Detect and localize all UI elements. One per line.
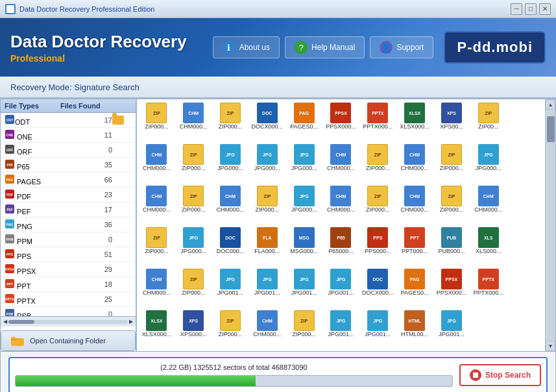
col-file-types: File Types (5, 102, 60, 110)
scroll-down-arrow[interactable]: ▼ (546, 341, 555, 351)
file-icon-item[interactable]: CHM CHM000... (138, 267, 175, 308)
file-icon-item[interactable]: PPSX PPSX000... (322, 101, 359, 142)
file-icon-item[interactable]: CHM CHM000... (396, 184, 433, 225)
list-item[interactable]: PPM PPM 0 (1, 232, 136, 247)
minimize-button[interactable]: ─ (511, 3, 522, 15)
file-icon-item[interactable]: XPS XPS000... (175, 308, 212, 350)
file-icon-item[interactable]: CHM CHM000... (175, 101, 212, 142)
file-type-list[interactable]: ODTODT 17 ONE ONE 11 ORF ORF 0 P65 P65 3… (1, 113, 136, 316)
list-item[interactable]: ORF ORF 0 (1, 143, 136, 158)
list-item[interactable]: PNG PNG 36 (1, 217, 136, 232)
file-icon-item[interactable]: PAG PAGES0... (285, 101, 322, 142)
file-icon-item[interactable]: ZIP ZIP000... (175, 184, 212, 225)
file-icon-item[interactable]: CHM CHM000... (248, 308, 285, 350)
list-item[interactable]: ONE ONE 11 (1, 128, 136, 143)
left-panel: File Types Files Found ODTODT 17 ONE ONE… (1, 99, 137, 351)
file-icon-item[interactable]: JPG JPG000... (248, 142, 285, 184)
scroll-left-arrow[interactable]: ◀ (3, 319, 7, 325)
file-icon-item[interactable]: PPTX PPTX000... (359, 101, 396, 142)
file-icon-item[interactable]: CHM CHM000... (138, 184, 175, 225)
file-icon-item[interactable]: XLSX XLSX000... (396, 101, 433, 142)
file-icon-item[interactable]: JPG JPG001... (285, 267, 322, 308)
list-item[interactable]: PPTX PPTX 25 (1, 292, 136, 307)
file-icon-item[interactable]: DOC DOCX000... (359, 267, 396, 308)
progress-bar-fill (16, 376, 256, 386)
scroll-up-arrow[interactable]: ▲ (546, 99, 555, 110)
file-icon-item[interactable]: CHM CHM000... (322, 142, 359, 184)
file-icon-item[interactable]: ZIP ZIP000... (433, 184, 470, 225)
file-icon-item[interactable]: ZIP ZIP000... (248, 184, 285, 225)
file-icon-item[interactable]: CHM CHM000... (212, 184, 249, 225)
file-icon-item[interactable]: JPG JPG001... (359, 308, 396, 350)
file-icon-item[interactable]: CHM CHM000... (396, 142, 433, 184)
file-icon-item[interactable]: XLSX XLSX000... (138, 308, 175, 350)
list-item[interactable]: P65 P65 35 (1, 158, 136, 173)
file-icon-item[interactable]: ZIP ZIP000... (212, 308, 249, 350)
file-icon-item[interactable]: JPG JPG001... (212, 267, 249, 308)
file-icon-item[interactable]: ZIP ZIP000... (175, 267, 212, 308)
list-item[interactable]: ODTODT 17 (1, 113, 136, 128)
file-icon-item[interactable]: P65 P65000... (322, 225, 359, 267)
file-icon-item[interactable]: JPG JPG000... (470, 142, 507, 184)
file-icon-item[interactable]: JPG JPG001... (322, 267, 359, 308)
scroll-right-arrow[interactable]: ▶ (129, 319, 133, 325)
support-button[interactable]: 👤 Support (370, 36, 433, 58)
file-icon-item[interactable]: XPS XPS00... (433, 101, 470, 142)
maximize-button[interactable]: □ (525, 3, 537, 15)
file-icon-item[interactable]: DOC DOCX000... (248, 101, 285, 142)
file-icon-item[interactable]: PPS PPS000... (359, 225, 396, 267)
file-icon-item[interactable]: JPG JPG001... (248, 267, 285, 308)
svg-rect-0 (6, 5, 14, 13)
file-icon-item[interactable]: ZIP ZIP000... (359, 142, 396, 184)
svg-text:ONE: ONE (6, 133, 14, 137)
file-icon-item[interactable]: XLS XLS000... (470, 225, 507, 267)
list-item[interactable]: PSB PSB 0 (1, 307, 136, 316)
header-nav: ℹ About us ? Help Manual 👤 Support (213, 36, 434, 58)
file-icon-item[interactable]: JPG JPG000... (175, 225, 212, 267)
list-item[interactable]: PPT PPT 18 (1, 277, 136, 292)
about-us-button[interactable]: ℹ About us (213, 36, 280, 58)
scroll-thumb-vertical[interactable] (547, 116, 555, 142)
file-icon-item[interactable]: MSG MSG000... (285, 225, 322, 267)
file-icon-item[interactable]: ZIP ZIP000... (212, 101, 249, 142)
file-icon-item[interactable]: ZIP ZIP000... (175, 142, 212, 184)
file-icon-item[interactable]: JPG JPG001... (322, 308, 359, 350)
file-icon-item[interactable]: ZIP ZIP000... (138, 225, 175, 267)
about-us-label: About us (239, 43, 270, 52)
close-button[interactable]: ✕ (539, 3, 551, 15)
list-item[interactable]: PPSX PPSX 29 (1, 262, 136, 277)
recovery-mode-bar: Recovery Mode: Signature Search (0, 77, 556, 99)
file-grid: ZIP ZIP000... CHM CHM000... ZIP ZIP000..… (137, 99, 545, 351)
list-item[interactable]: PDF PDF 23 (1, 188, 136, 202)
info-icon: ℹ (223, 41, 236, 54)
file-icon-item[interactable]: PUB PUB000... (433, 225, 470, 267)
horizontal-scrollbar[interactable]: ◀ ▶ (1, 316, 136, 326)
list-item[interactable]: PEF PEF 17 (1, 202, 136, 217)
file-icon-item[interactable]: JPG JPG000... (285, 184, 322, 225)
file-icon-item[interactable]: ZIP ZIP000... (359, 184, 396, 225)
list-item[interactable]: PPS PPS 51 (1, 247, 136, 262)
file-icon-item[interactable]: JPG JPG001... (433, 308, 470, 350)
stop-search-button[interactable]: Stop Search (459, 364, 541, 386)
scroll-thumb[interactable] (8, 320, 34, 324)
file-icon-item[interactable]: CHM CHM000... (470, 184, 507, 225)
file-icon-item[interactable]: HTML HTML00... (396, 308, 433, 350)
file-icon-item[interactable]: ZIP ZIP00... (470, 101, 507, 142)
file-icon-item[interactable]: ZIP ZIP000... (433, 142, 470, 184)
file-icon-item[interactable]: JPG JPG000... (212, 142, 249, 184)
file-icon-item[interactable]: PPSX PPSX000... (433, 267, 470, 308)
file-icon-item[interactable]: CHM CHM000... (322, 184, 359, 225)
file-icon-item[interactable]: PPT PPT000... (396, 225, 433, 267)
file-icon-item[interactable]: DOC DOC000... (212, 225, 249, 267)
help-manual-button[interactable]: ? Help Manual (285, 36, 365, 58)
open-containing-folder-button[interactable]: Open Containing Folder (1, 330, 136, 351)
file-icon-item[interactable]: FLA FLA000... (248, 225, 285, 267)
file-icon-item[interactable]: ZIP ZIP000... (138, 101, 175, 142)
file-icon-item[interactable]: CHM CHM000... (138, 142, 175, 184)
file-icon-item[interactable]: PPTX PPTX000... (470, 267, 507, 308)
file-icon-item[interactable]: JPG JPG000... (285, 142, 322, 184)
file-icon-item[interactable]: ZIP ZIP000... (285, 308, 322, 350)
file-icon-item[interactable]: PAG PAGES0... (396, 267, 433, 308)
app-icon (5, 4, 16, 14)
list-item[interactable]: PAG PAGES 66 (1, 173, 136, 188)
